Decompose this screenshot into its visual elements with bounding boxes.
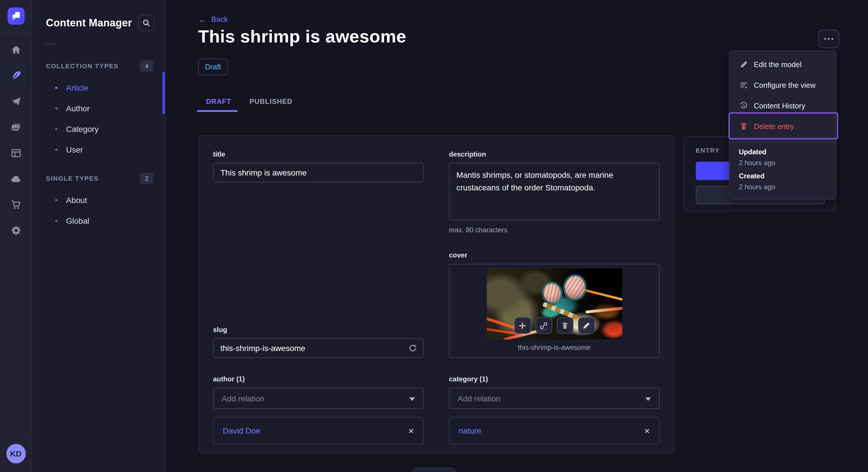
- relation-link[interactable]: David Doe: [223, 426, 260, 435]
- field-cover: cover: [449, 251, 660, 358]
- content-type-builder-icon: [10, 147, 22, 159]
- media-library-icon: [10, 122, 22, 133]
- history-clock-icon: [739, 101, 748, 110]
- created-label: Created: [739, 172, 827, 180]
- delete-asset-button[interactable]: [557, 317, 573, 334]
- tab-draft[interactable]: DRAFT: [197, 93, 240, 110]
- field-title: title: [213, 150, 424, 234]
- shrimp-eye: [563, 275, 586, 300]
- collection-types-count-badge: 4: [140, 60, 153, 72]
- chevron-down-icon: [409, 397, 415, 401]
- menu-item-edit-model[interactable]: Edit the model: [730, 54, 836, 74]
- menu-item-delete-entry[interactable]: Delete entry: [730, 116, 836, 136]
- regenerate-slug-button[interactable]: [408, 343, 418, 353]
- floating-action-bar[interactable]: [412, 467, 456, 472]
- category-relation-select[interactable]: Add relation: [449, 388, 660, 409]
- sidebar-item-category[interactable]: Category: [32, 119, 165, 139]
- trash-icon: [739, 122, 748, 131]
- created-value: 2 hours ago: [739, 183, 827, 191]
- field-author: author (1) Add relation David Doe ×: [213, 375, 424, 444]
- copy-link-button[interactable]: [535, 317, 552, 334]
- paper-plane-icon: [10, 96, 22, 107]
- remove-relation-icon[interactable]: ×: [408, 426, 414, 436]
- arrow-left-icon: ←: [198, 15, 207, 24]
- sidebar-item-media-library[interactable]: [7, 118, 25, 136]
- description-textarea[interactable]: Mantis shrimps, or stomatopods, are mari…: [449, 163, 660, 220]
- author-relation-select[interactable]: Add relation: [213, 388, 424, 409]
- pencil-icon: [739, 60, 748, 69]
- more-actions-button[interactable]: •••: [818, 30, 839, 48]
- app-window: KD Content Manager COLLECTION TYPES 4 Ar…: [0, 0, 868, 472]
- title-input[interactable]: [213, 163, 424, 182]
- strapi-logo[interactable]: [7, 7, 24, 25]
- configure-list-icon: [739, 80, 748, 89]
- avatar-initials: KD: [10, 449, 22, 458]
- bullet-icon: [55, 107, 57, 109]
- single-types-count-badge: 2: [140, 173, 153, 184]
- user-avatar[interactable]: KD: [6, 444, 26, 463]
- field-slug: slug: [213, 326, 424, 358]
- home-icon: [10, 44, 22, 56]
- author-relation-item: David Doe ×: [213, 417, 424, 444]
- subnav-title: Content Manager: [46, 17, 132, 29]
- subnav-divider: [46, 43, 55, 44]
- chevron-down-icon: [645, 397, 651, 401]
- relation-link[interactable]: nature: [459, 426, 482, 435]
- add-asset-button[interactable]: [514, 317, 531, 334]
- main-content: ← Back This shrimp is awesome Draft ••• …: [165, 0, 868, 472]
- cover-field-label: cover: [449, 251, 660, 259]
- settings-gear-icon: [10, 225, 22, 236]
- draft-published-tabs: DRAFT PUBLISHED: [197, 93, 302, 110]
- active-tab-underline: [197, 110, 238, 112]
- trash-icon: [561, 322, 569, 330]
- sidebar-item-content-type-builder[interactable]: [7, 144, 25, 162]
- slug-field-label: slug: [213, 326, 424, 334]
- category-relation-item: nature ×: [449, 417, 660, 444]
- entry-meta: Updated 2 hours ago Created 2 hours ago: [730, 148, 836, 191]
- ellipsis-icon: •••: [825, 36, 835, 42]
- slug-input[interactable]: [213, 338, 424, 358]
- sidebar-item-author[interactable]: Author: [32, 98, 165, 119]
- cover-action-bar: [514, 317, 594, 334]
- bullet-icon: [55, 148, 57, 151]
- plus-icon: [518, 322, 526, 330]
- more-actions-menu: Edit the model Configure the view Conten…: [729, 50, 836, 200]
- entry-form-card: title description Mantis shrimps, or sto…: [198, 135, 674, 453]
- tab-published[interactable]: PUBLISHED: [240, 93, 302, 110]
- strapi-logo-glyph: [12, 12, 20, 18]
- menu-item-content-history[interactable]: Content History: [730, 95, 836, 116]
- sidebar-item-global[interactable]: Global: [32, 210, 165, 231]
- edit-asset-button[interactable]: [578, 317, 594, 334]
- sidebar-item-about[interactable]: About: [32, 190, 165, 210]
- title-field-label: title: [213, 150, 424, 158]
- sidebar-item-settings[interactable]: [7, 222, 25, 240]
- search-icon: [143, 19, 150, 27]
- menu-item-configure-view[interactable]: Configure the view: [730, 74, 836, 95]
- sidebar-item-content-manager[interactable]: [7, 67, 25, 85]
- sidebar-item-article[interactable]: Article: [32, 77, 165, 98]
- sidebar-item-user[interactable]: User: [32, 139, 165, 160]
- search-button[interactable]: [138, 15, 154, 31]
- field-category: category (1) Add relation nature ×: [449, 375, 660, 444]
- sidebar-item-deploy[interactable]: [7, 170, 25, 188]
- cover-filename: this-shrimp-is-awesome: [518, 343, 590, 351]
- back-link[interactable]: ← Back: [198, 15, 228, 24]
- updated-value: 2 hours ago: [739, 159, 827, 167]
- cover-image: [487, 268, 622, 339]
- sidebar-item-releases[interactable]: [7, 92, 25, 111]
- description-field-label: description: [449, 150, 660, 158]
- bullet-icon: [55, 128, 57, 130]
- single-types-label: SINGLE TYPES: [46, 175, 99, 182]
- main-sidebar: KD: [0, 0, 32, 472]
- feather-icon: [10, 70, 22, 81]
- remove-relation-icon[interactable]: ×: [644, 426, 650, 436]
- bullet-icon: [55, 87, 57, 89]
- page-title: This shrimp is awesome: [198, 26, 406, 47]
- sidebar-item-marketplace[interactable]: [7, 196, 25, 214]
- strapi-logo-glyph-shade: [12, 18, 16, 21]
- category-field-label: category (1): [449, 375, 660, 383]
- sidebar-item-home[interactable]: [7, 41, 25, 59]
- sidebar-divider: [0, 32, 32, 33]
- status-badge: Draft: [198, 59, 228, 75]
- marketplace-cart-icon: [10, 199, 22, 210]
